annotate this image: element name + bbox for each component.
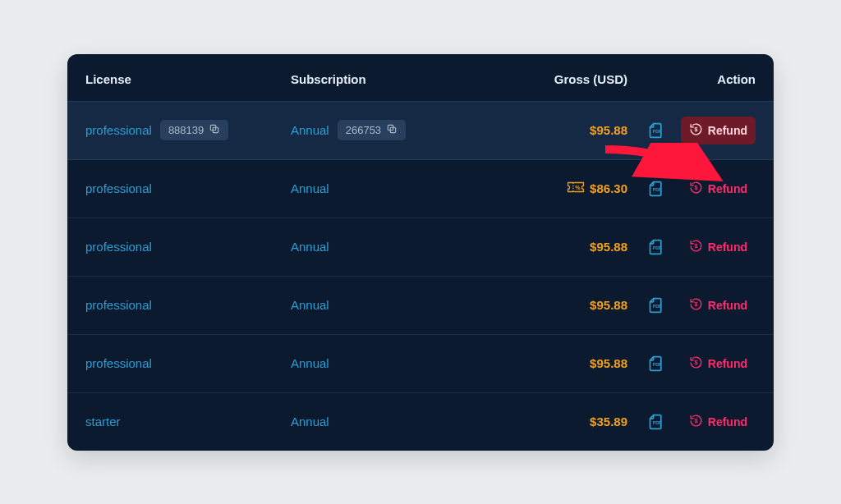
col-header-subscription: Subscription	[291, 72, 366, 86]
svg-text:PDF: PDF	[653, 129, 661, 134]
svg-text:$: $	[694, 185, 697, 191]
table-row: professionalAnnual%$86.30PDF$Refund	[67, 160, 774, 218]
svg-text:PDF: PDF	[653, 420, 661, 425]
table-row: starterAnnual$35.89PDF$Refund	[67, 393, 774, 451]
gross-value: $35.89	[590, 415, 627, 428]
svg-text:$: $	[694, 418, 697, 424]
refund-label: Refund	[708, 357, 747, 370]
svg-text:$: $	[694, 243, 697, 250]
col-header-gross: Gross (USD)	[554, 72, 627, 86]
subscription-link[interactable]: Annual	[291, 356, 329, 370]
svg-text:$: $	[694, 126, 697, 133]
refund-button[interactable]: $Refund	[681, 291, 756, 319]
license-link[interactable]: professional	[85, 123, 152, 137]
discount-icon: %	[567, 181, 585, 197]
table-row: professionalAnnual$95.88PDF$Refund	[67, 277, 774, 335]
svg-text:$: $	[694, 360, 697, 366]
svg-text:PDF: PDF	[653, 362, 661, 367]
subscription-link[interactable]: Annual	[291, 240, 329, 254]
license-link[interactable]: professional	[85, 298, 152, 312]
svg-text:PDF: PDF	[653, 304, 661, 309]
gross-value: $95.88	[590, 298, 627, 312]
refund-button[interactable]: $Refund	[681, 408, 756, 436]
refund-button[interactable]: $Refund	[681, 233, 756, 261]
table-row: professionalAnnual$95.88PDF$Refund	[67, 218, 774, 277]
license-link[interactable]: professional	[85, 356, 152, 370]
refund-label: Refund	[708, 415, 747, 428]
copy-icon	[209, 123, 220, 137]
col-header-license: License	[85, 72, 131, 86]
refund-label: Refund	[708, 182, 747, 195]
download-pdf-button[interactable]: PDF	[648, 297, 664, 314]
refund-label: Refund	[708, 299, 747, 312]
subscription-link[interactable]: Annual	[291, 298, 329, 312]
svg-text:PDF: PDF	[653, 187, 661, 192]
refund-icon: $	[689, 355, 703, 372]
gross-value: $95.88	[590, 240, 627, 254]
table-row: professionalAnnual$95.88PDF$Refund	[67, 335, 774, 393]
license-id-text: 888139	[168, 124, 204, 136]
refund-button[interactable]: $Refund	[681, 175, 756, 203]
refund-label: Refund	[708, 124, 747, 137]
col-header-action: Action	[717, 72, 756, 86]
download-pdf-button[interactable]: PDF	[648, 355, 664, 372]
subscription-link[interactable]: Annual	[291, 181, 329, 195]
gross-value: $95.88	[590, 123, 627, 137]
refund-button[interactable]: $Refund	[681, 117, 756, 144]
refund-icon: $	[689, 122, 703, 139]
refund-icon: $	[689, 181, 703, 197]
download-pdf-button[interactable]: PDF	[648, 122, 664, 139]
table-header: License Subscription Gross (USD) Action	[67, 54, 774, 102]
svg-text:%: %	[575, 185, 581, 190]
license-link[interactable]: professional	[85, 240, 152, 254]
orders-table: License Subscription Gross (USD) Action …	[67, 54, 774, 451]
download-pdf-button[interactable]: PDF	[648, 181, 664, 197]
refund-button[interactable]: $Refund	[681, 350, 756, 378]
download-pdf-button[interactable]: PDF	[648, 239, 664, 255]
download-pdf-button[interactable]: PDF	[648, 414, 664, 430]
copy-icon	[386, 123, 398, 137]
table-row: professional888139Annual266753$95.88PDF$…	[67, 102, 774, 160]
svg-text:PDF: PDF	[653, 245, 661, 250]
subscription-id-copy[interactable]: 266753	[338, 120, 406, 140]
refund-icon: $	[689, 239, 703, 255]
subscription-link[interactable]: Annual	[291, 123, 329, 137]
svg-text:$: $	[694, 301, 697, 308]
refund-icon: $	[689, 414, 703, 430]
refund-label: Refund	[708, 241, 747, 254]
license-link[interactable]: professional	[85, 181, 152, 195]
license-link[interactable]: starter	[85, 415, 121, 428]
license-id-copy[interactable]: 888139	[160, 120, 228, 140]
subscription-id-text: 266753	[346, 124, 381, 136]
gross-value: $95.88	[590, 356, 627, 370]
subscription-link[interactable]: Annual	[291, 415, 329, 428]
gross-value: $86.30	[590, 181, 627, 195]
refund-icon: $	[689, 297, 703, 314]
